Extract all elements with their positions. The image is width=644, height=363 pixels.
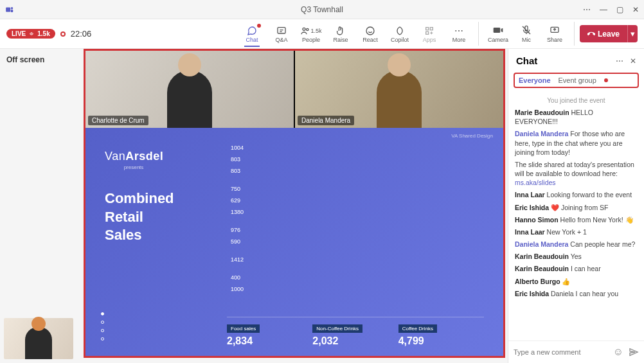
apps-button[interactable]: Apps <box>415 25 443 43</box>
svg-rect-9 <box>430 27 433 30</box>
title-bar: Q3 Townhall ⋯ — ▢ ✕ <box>0 0 644 19</box>
offscreen-panel: Off screen <box>0 49 84 363</box>
share-icon <box>550 25 560 37</box>
chat-message: Karin Beaudouin I can hear <box>515 264 638 273</box>
qa-icon <box>276 25 287 37</box>
chat-message: Eric Ishida ❤️ Joining from SF <box>515 203 638 212</box>
minimize-icon[interactable]: — <box>600 5 607 14</box>
emoji-icon[interactable]: ☺ <box>613 346 623 358</box>
stage: Charlotte de Crum Daniela Mandera VA Sha… <box>84 49 505 358</box>
qa-button[interactable]: Q&A <box>267 25 296 43</box>
chat-panel: Chat ⋯ ✕ Everyone Event group You joined… <box>508 49 644 363</box>
live-badge: LIVE 1.5k <box>6 29 55 39</box>
svg-point-7 <box>366 27 374 35</box>
close-window-icon[interactable]: ✕ <box>632 5 639 14</box>
leave-dropdown[interactable]: ▾ <box>627 25 638 42</box>
chat-icon <box>247 25 257 37</box>
participant-name: Charlotte de Crum <box>88 116 148 125</box>
more-window-icon[interactable]: ⋯ <box>583 5 591 14</box>
chat-title: Chat <box>516 55 537 66</box>
chat-message: Karin Beaudouin Yes <box>515 252 638 261</box>
svg-rect-2 <box>11 10 13 12</box>
svg-point-3 <box>31 32 33 34</box>
raise-button[interactable]: Raise <box>326 25 355 43</box>
shared-slide: VA Shared Design VanArsdel presents Comb… <box>85 128 503 356</box>
participant-video[interactable]: Charlotte de Crum <box>85 51 294 128</box>
window-title: Q3 Townhall <box>301 5 343 14</box>
chat-message: Daniela Mandera Can people hear me? <box>515 240 638 249</box>
camera-icon <box>493 25 503 37</box>
participant-name: Daniela Mandera <box>298 116 354 125</box>
chat-message: Hanno Simon Hello from New York! 👋 <box>515 215 638 224</box>
chat-message: Inna Laar New York + 1 <box>515 227 638 236</box>
react-button[interactable]: React <box>356 25 384 43</box>
chat-message: Eric Ishida Daniela I can hear you <box>515 289 638 298</box>
smile-icon <box>365 25 375 37</box>
unread-dot-icon <box>604 78 608 82</box>
svg-rect-4 <box>278 27 285 33</box>
chat-message: Alberto Burgo 👍 <box>515 277 638 286</box>
meeting-timer: 22:06 <box>71 29 92 39</box>
chat-message: Daniela Mandera For those who are here, … <box>515 129 638 157</box>
chat-message: Inna Laar Looking forward to the event <box>515 190 638 199</box>
tab-everyone[interactable]: Everyone <box>519 76 551 84</box>
chat-more-icon[interactable]: ⋯ <box>616 57 623 66</box>
chat-message: Marie Beaudouin HELLO EVERYONE!!! <box>515 108 638 126</box>
copilot-button[interactable]: Copilot <box>386 25 414 43</box>
send-icon[interactable] <box>629 347 639 357</box>
chat-input[interactable] <box>514 348 608 356</box>
more-icon: ⋯ <box>454 25 463 37</box>
hand-icon <box>335 25 346 37</box>
people-button[interactable]: 1.5k People <box>297 25 325 43</box>
tab-event-group[interactable]: Event group <box>559 76 596 84</box>
mic-off-icon <box>521 25 532 37</box>
leave-button[interactable]: Leave <box>580 25 627 42</box>
svg-point-5 <box>303 28 305 30</box>
copilot-icon <box>395 25 405 37</box>
bar-chart: 1004803803750629138097659014124001000 <box>227 143 484 313</box>
chat-message: The slide shared at today's presentation… <box>515 160 638 188</box>
self-video[interactable] <box>4 318 73 359</box>
chat-button[interactable]: Chat <box>238 25 266 43</box>
more-button[interactable]: ⋯ More <box>445 25 473 43</box>
share-button[interactable]: Share <box>541 25 569 43</box>
chart-totals: Food sales2,834Non-Coffee Drinks2,032Cof… <box>227 317 484 347</box>
apps-icon <box>424 25 434 37</box>
people-icon: 1.5k <box>300 25 321 37</box>
brand-logo: VanArsdel <box>105 150 208 163</box>
svg-rect-8 <box>426 27 429 30</box>
record-icon <box>60 31 66 37</box>
svg-rect-10 <box>426 31 429 34</box>
app-icon <box>5 5 14 14</box>
system-message: You joined the event <box>515 97 638 104</box>
slide-headline: Combined Retail Sales <box>105 190 208 245</box>
svg-rect-0 <box>6 7 10 12</box>
chat-messages: You joined the event Marie Beaudouin HEL… <box>508 91 644 341</box>
svg-point-6 <box>307 28 309 30</box>
slide-nav-dots[interactable] <box>101 312 104 341</box>
maximize-icon[interactable]: ▢ <box>616 5 623 14</box>
mic-button[interactable]: Mic <box>512 25 541 43</box>
chat-tabs: Everyone Event group <box>514 73 639 88</box>
participant-video[interactable]: Daniela Mandera <box>295 51 503 128</box>
meeting-toolbar: LIVE 1.5k 22:06 Chat Q&A 1.5k People Rai… <box>0 19 644 49</box>
camera-button[interactable]: Camera <box>484 25 512 43</box>
svg-point-1 <box>11 6 13 8</box>
chat-close-icon[interactable]: ✕ <box>630 57 636 66</box>
